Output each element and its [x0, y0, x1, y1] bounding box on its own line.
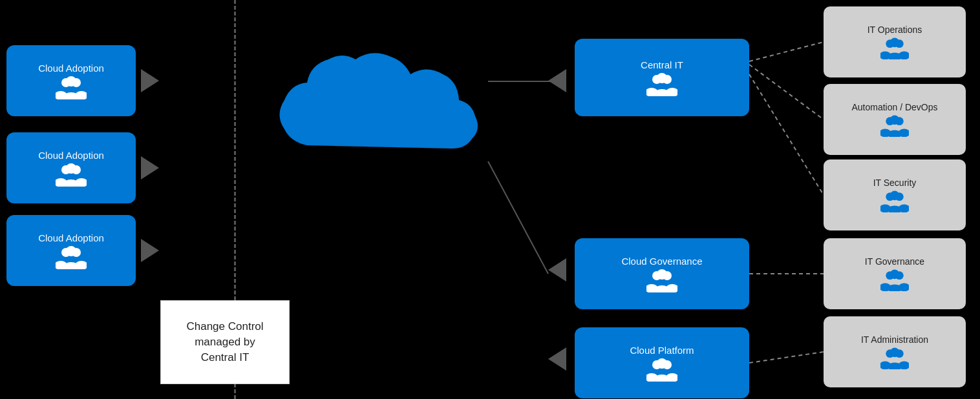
it-governance-label: IT Governance — [865, 256, 924, 267]
svg-line-67 — [749, 65, 824, 119]
svg-line-68 — [749, 74, 824, 195]
it-operations-icon — [880, 37, 909, 59]
it-operations-label: IT Operations — [868, 25, 922, 35]
automation-devops-icon — [880, 115, 909, 137]
svg-point-32 — [657, 358, 667, 369]
svg-point-29 — [666, 284, 677, 292]
it-security-icon — [880, 190, 909, 212]
cloud-platform-label: Cloud Platform — [630, 345, 694, 356]
arrow-adoption-1 — [141, 69, 159, 92]
it-administration-icon — [880, 347, 909, 369]
it-administration-label: IT Administration — [861, 334, 928, 345]
cloud-governance-box: Cloud Governance — [575, 238, 749, 309]
svg-point-38 — [890, 38, 900, 48]
svg-point-14 — [66, 246, 76, 256]
it-governance-icon — [880, 269, 909, 291]
svg-point-26 — [657, 269, 667, 280]
svg-point-59 — [899, 283, 910, 291]
cloud-governance-icon — [646, 269, 677, 292]
cloud-platform-icon — [646, 358, 677, 382]
svg-point-44 — [890, 116, 900, 125]
cloud-adoption-box-1: Cloud Adoption — [6, 45, 136, 116]
svg-point-11 — [75, 178, 87, 187]
svg-point-53 — [899, 205, 910, 212]
svg-point-8 — [66, 163, 76, 174]
automation-devops-box: Automation / DevOps — [824, 84, 966, 155]
it-security-label: IT Security — [873, 178, 917, 188]
arrow-to-central-it — [548, 69, 566, 92]
central-it-box: Central IT — [575, 39, 749, 116]
svg-point-23 — [666, 88, 677, 96]
it-governance-box: IT Governance — [824, 238, 966, 309]
cloud-adoption-2-label: Cloud Adoption — [38, 150, 104, 161]
svg-point-5 — [75, 91, 87, 99]
svg-point-56 — [890, 270, 900, 280]
h-line-cloud-central — [488, 81, 553, 82]
svg-point-50 — [890, 191, 900, 201]
central-it-icon — [646, 73, 677, 96]
arrow-to-governance — [548, 258, 566, 281]
it-administration-box: IT Administration — [824, 316, 966, 387]
change-control-text: Change Control managed by Central IT — [186, 319, 263, 365]
cloud-adoption-1-label: Cloud Adoption — [38, 63, 104, 74]
central-it-label: Central IT — [641, 59, 683, 70]
cloud-adoption-1-icon — [56, 76, 87, 99]
it-security-box: IT Security — [824, 159, 966, 230]
it-operations-box: IT Operations — [824, 6, 966, 77]
cloud-icon — [252, 19, 498, 222]
cloud-adoption-box-3: Cloud Adoption — [6, 215, 136, 286]
svg-point-65 — [899, 362, 910, 369]
svg-point-20 — [657, 73, 667, 83]
automation-devops-label: Automation / DevOps — [851, 102, 937, 112]
change-control-box: Change Control managed by Central IT — [160, 300, 290, 384]
arrow-to-platform — [548, 347, 566, 371]
cloud-adoption-3-label: Cloud Adoption — [38, 232, 104, 243]
cloud-adoption-2-icon — [56, 163, 87, 187]
svg-point-62 — [890, 348, 900, 358]
cloud-governance-label: Cloud Governance — [621, 256, 702, 267]
svg-point-35 — [666, 373, 677, 382]
cloud-platform-box: Cloud Platform — [575, 327, 749, 398]
cloud-adoption-3-icon — [56, 246, 87, 269]
svg-point-17 — [75, 261, 87, 269]
svg-line-66 — [749, 42, 824, 61]
diagram: Cloud Adoption Cloud Adoption Cloud Adop… — [0, 0, 980, 399]
svg-line-70 — [749, 352, 824, 363]
svg-point-47 — [899, 129, 910, 137]
svg-point-2 — [66, 76, 76, 87]
svg-point-41 — [899, 52, 910, 59]
cloud-adoption-box-2: Cloud Adoption — [6, 132, 136, 203]
arrow-adoption-2 — [141, 156, 159, 179]
arrow-adoption-3 — [141, 239, 159, 262]
